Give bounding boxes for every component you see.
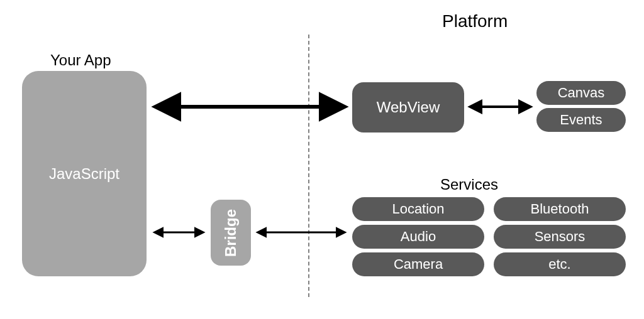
bridge-label: Bridge: [222, 208, 240, 256]
javascript-node: JavaScript: [22, 71, 147, 276]
events-pill: Events: [536, 108, 626, 132]
etc-label: etc.: [548, 256, 570, 273]
webview-label: WebView: [377, 99, 440, 116]
canvas-pill: Canvas: [536, 81, 626, 105]
bridge-node: Bridge: [211, 200, 251, 266]
etc-pill: etc.: [494, 252, 626, 276]
webview-node: WebView: [352, 82, 464, 132]
canvas-label: Canvas: [558, 85, 605, 101]
camera-pill: Camera: [352, 252, 484, 276]
divider-line: [308, 35, 309, 297]
architecture-diagram: Your App Platform Services JavaScript Br…: [0, 0, 644, 319]
location-pill: Location: [352, 197, 484, 221]
bluetooth-pill: Bluetooth: [494, 197, 626, 221]
location-label: Location: [392, 201, 444, 217]
audio-label: Audio: [401, 229, 436, 245]
audio-pill: Audio: [352, 225, 484, 249]
sensors-label: Sensors: [535, 229, 586, 245]
bluetooth-label: Bluetooth: [531, 201, 589, 217]
services-heading: Services: [440, 176, 498, 193]
your-app-heading: Your App: [50, 51, 111, 69]
javascript-label: JavaScript: [49, 165, 119, 183]
events-label: Events: [560, 112, 602, 128]
camera-label: Camera: [394, 256, 443, 273]
sensors-pill: Sensors: [494, 225, 626, 249]
platform-heading: Platform: [442, 11, 508, 31]
